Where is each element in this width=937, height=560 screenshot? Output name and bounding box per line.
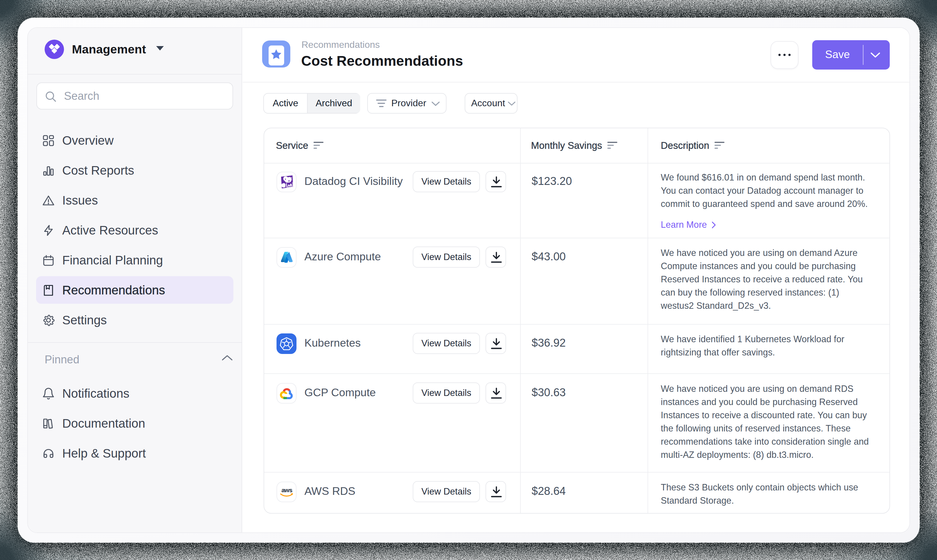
svg-text:aws: aws <box>282 487 292 493</box>
